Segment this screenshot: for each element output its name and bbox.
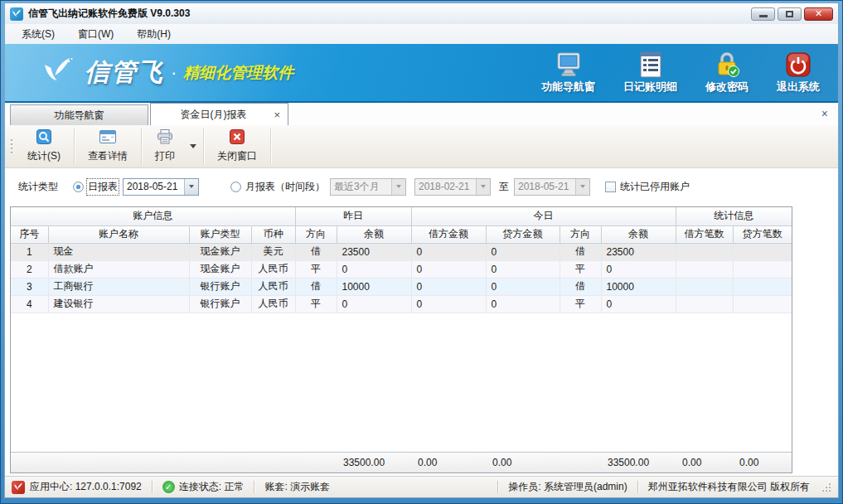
table-cell: 10000 (337, 278, 411, 295)
table-cell: 借款账户 (48, 260, 189, 278)
view-detail-button[interactable]: 查看详情 (75, 125, 141, 167)
statistics-button[interactable]: 统计(S) (14, 125, 74, 167)
filter-bar: 统计类型 日报表 2018-05-21 月报表（时间段） 最近3个月 2018-… (5, 168, 838, 205)
table-cell: 平 (560, 295, 601, 313)
col-header-debit-count[interactable]: 借方笔数 (676, 225, 733, 243)
table-cell: 23500 (337, 243, 411, 260)
table-cell (733, 260, 792, 278)
brand-slogan: 精细化管理软件 (183, 62, 293, 84)
status-logo-icon (12, 481, 25, 494)
table-cell: 10000 (601, 278, 676, 295)
brand: 信管飞 · 精细化管理软件 (38, 54, 293, 92)
summary-cell: 33500.00 (337, 457, 411, 468)
table-cell: 借 (295, 278, 337, 295)
tab-close-icon[interactable]: × (274, 109, 280, 120)
app-logo-icon (10, 7, 23, 21)
table-row[interactable]: 1现金现金账户美元借2350000借23500 (11, 243, 792, 260)
col-header-direction-yesterday[interactable]: 方向 (295, 225, 337, 243)
tabstrip-close-icon[interactable]: × (821, 108, 828, 119)
banner-action-change-password[interactable]: 修改密码 (705, 51, 749, 94)
col-header-balance-today[interactable]: 余额 (601, 225, 676, 243)
col-header-account-type[interactable]: 账户类型 (189, 225, 251, 243)
close-button[interactable]: ✕ (804, 7, 833, 21)
table-cell: 0 (337, 260, 411, 278)
stopped-accounts-checkbox[interactable] (605, 182, 616, 192)
col-header-direction-today[interactable]: 方向 (560, 225, 601, 243)
table-cell: 现金账户 (189, 260, 251, 278)
col-header-seq[interactable]: 序号 (11, 225, 48, 243)
statistics-type-label: 统计类型 (18, 180, 58, 194)
copyright-text: 郑州亚拓软件科技有限公司 版权所有 (648, 480, 810, 494)
monthly-report-label[interactable]: 月报表（时间段） (245, 180, 325, 194)
report-grid: 账户信息 昨日 今日 统计信息 序号 账户名称 账户类型 币种 方向 余额 (10, 206, 792, 473)
report-area: 账户信息 昨日 今日 统计信息 序号 账户名称 账户类型 币种 方向 余额 (5, 205, 838, 476)
banner-action-journal-detail[interactable]: 日记账明细 (623, 51, 677, 94)
journal-icon (637, 51, 665, 78)
col-header-credit-count[interactable]: 贷方笔数 (733, 225, 792, 243)
table-row[interactable]: 2借款账户现金账户人民币平000平0 (11, 260, 792, 278)
col-header-credit-amount[interactable]: 贷方金额 (486, 225, 560, 243)
to-label: 至 (499, 180, 509, 194)
operator-status: 操作员: 系统管理员(admin) (508, 480, 627, 494)
group-header-account-info[interactable]: 账户信息 (11, 207, 295, 225)
report-table: 账户信息 昨日 今日 统计信息 序号 账户名称 账户类型 币种 方向 余额 (11, 207, 792, 313)
statistics-icon (36, 129, 51, 147)
from-date-select: 2018-02-21 (414, 178, 491, 196)
minimize-button[interactable] (751, 7, 775, 21)
col-header-account-name[interactable]: 账户名称 (48, 225, 189, 243)
table-cell: 美元 (251, 243, 295, 260)
banner-action-nav-window[interactable]: 功能导航窗 (541, 51, 595, 94)
table-cell: 银行账户 (189, 295, 251, 313)
printer-icon (157, 129, 173, 147)
daily-date-dropdown-arrow[interactable] (184, 179, 198, 195)
menu-window[interactable]: 窗口(W) (70, 25, 122, 44)
table-cell: 0 (411, 295, 486, 313)
table-row[interactable]: 3工商银行银行账户人民币借1000000借10000 (11, 278, 792, 295)
group-header-yesterday[interactable]: 昨日 (295, 207, 411, 225)
menu-help[interactable]: 帮助(H) (128, 25, 179, 44)
menu-bar: 系统(S) 窗口(W) 帮助(H) (5, 24, 838, 44)
table-cell: 0 (411, 260, 486, 278)
col-header-balance-yesterday[interactable]: 余额 (337, 225, 411, 243)
table-cell: 0 (486, 295, 560, 313)
toolbar-grip[interactable] (8, 125, 14, 167)
table-cell (676, 278, 733, 295)
table-row[interactable]: 4建设银行银行账户人民币平000平0 (11, 295, 792, 313)
brand-separator: · (171, 62, 177, 84)
detail-form-icon (99, 129, 116, 147)
daily-report-radio[interactable] (73, 182, 84, 192)
daily-date-select[interactable]: 2018-05-21 (123, 178, 199, 196)
table-cell (676, 243, 733, 260)
status-bar: 应用中心: 127.0.0.1:7092 ✓ 连接状态: 正常 账套: 演示账套… (5, 476, 838, 497)
tab-nav-window[interactable]: 功能导航窗 (10, 104, 148, 125)
table-cell: 人民币 (251, 260, 295, 278)
table-cell: 0 (601, 295, 676, 313)
table-cell: 现金 (48, 243, 189, 260)
stopped-accounts-label[interactable]: 统计已停用账户 (620, 180, 690, 194)
group-header-statistics[interactable]: 统计信息 (676, 207, 792, 225)
banner-action-exit-system[interactable]: 退出系统 (777, 51, 820, 94)
col-header-debit-amount[interactable]: 借方金额 (411, 225, 486, 243)
window-title: 信管飞出纳记账软件免费版 V9.0.303 (28, 7, 190, 21)
group-header-today[interactable]: 今日 (411, 207, 676, 225)
grid-empty-area (11, 313, 792, 453)
monthly-report-radio[interactable] (230, 182, 241, 192)
tab-strip: 功能导航窗 资金日(月)报表 × × (5, 103, 838, 125)
print-button[interactable]: 打印 (142, 125, 188, 167)
tab-fund-daily-report[interactable]: 资金日(月)报表 × (150, 103, 288, 125)
table-cell: 现金账户 (189, 243, 251, 260)
table-cell: 3 (11, 278, 48, 295)
resize-grip[interactable] (821, 482, 831, 492)
table-cell (733, 295, 792, 313)
lock-icon (713, 51, 741, 78)
menu-system[interactable]: 系统(S) (13, 25, 63, 44)
table-cell: 0 (337, 295, 411, 313)
close-window-button[interactable]: 关闭窗口 (204, 125, 270, 167)
print-dropdown-arrow[interactable] (190, 144, 196, 148)
maximize-button[interactable] (778, 7, 802, 21)
daily-report-label[interactable]: 日报表 (88, 180, 118, 194)
connection-status: 连接状态: 正常 (179, 480, 245, 494)
col-header-currency[interactable]: 币种 (251, 225, 295, 243)
table-cell: 人民币 (251, 278, 295, 295)
account-set-status: 账套: 演示账套 (264, 480, 330, 494)
